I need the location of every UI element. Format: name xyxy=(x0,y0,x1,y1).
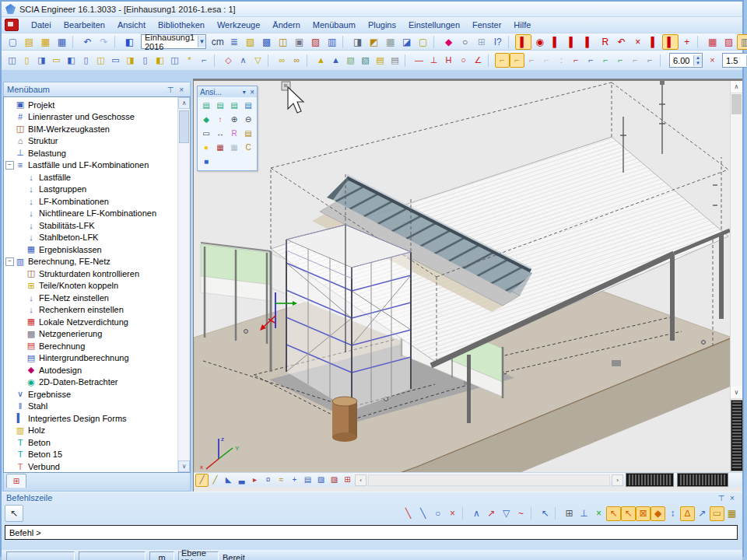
wall-check-icon[interactable]: ⌐ xyxy=(584,53,598,68)
hinge-pair-icon[interactable]: ∞ xyxy=(289,53,304,68)
menu-item[interactable]: Menübaum xyxy=(307,19,362,31)
midpoint-snap-icon[interactable]: × xyxy=(591,506,606,521)
open-icon[interactable]: ▤ xyxy=(21,34,37,50)
load-add-icon[interactable]: ▌ xyxy=(646,34,662,50)
tree-item-stahl[interactable]: ‖ Stahl xyxy=(4,401,177,413)
member-rib-icon[interactable]: ▭ xyxy=(108,53,123,68)
3d-viewport-canvas[interactable]: z Y x Ansi... xyxy=(194,81,730,472)
tree-expander[interactable] xyxy=(5,125,14,132)
tree-item-design-forms[interactable]: ▍ Integriertes Design Forms xyxy=(4,412,177,425)
tree-expander[interactable] xyxy=(16,282,25,289)
clipping-box-icon[interactable]: C xyxy=(241,141,255,155)
load-active-icon[interactable]: ▌ xyxy=(662,34,679,50)
tree-item-rechenkern[interactable]: ↓ Rechenkern einstellen xyxy=(4,304,177,317)
tree-expander[interactable] xyxy=(5,390,14,397)
menu-item[interactable]: Ändern xyxy=(266,19,306,31)
wall-grid-icon[interactable]: : xyxy=(554,53,569,68)
pencil-draw-icon[interactable]: ╱ xyxy=(209,474,222,487)
endpoint-snap-icon[interactable]: ↖ xyxy=(606,506,621,521)
tree-expander[interactable] xyxy=(16,246,25,253)
cursor-snap-icon[interactable]: ↖ xyxy=(538,506,552,521)
axonometry-icon[interactable]: ◆ xyxy=(199,113,213,127)
tree-expander[interactable] xyxy=(16,210,25,217)
chevron-down-icon[interactable]: ▼ xyxy=(241,89,247,95)
tree-expander[interactable] xyxy=(5,415,14,422)
tree-expander[interactable] xyxy=(16,342,25,349)
line-parallel-icon[interactable]: H xyxy=(441,53,456,68)
member-plate-icon[interactable]: ◧ xyxy=(64,53,79,68)
load-group-icon[interactable]: ◉ xyxy=(531,34,548,50)
tree-item-berechnung[interactable]: ▤ Berechnung xyxy=(4,340,177,352)
zoom-in-icon[interactable]: ⊕ xyxy=(227,113,241,127)
tree-expander[interactable] xyxy=(16,366,25,373)
undo-icon[interactable]: ↶ xyxy=(79,34,96,50)
tree-item-belastung[interactable]: ⊥ Belastung xyxy=(4,147,177,159)
structure-model-icon[interactable]: ▩ xyxy=(258,34,275,50)
tree-item-projekt[interactable]: ▣ Projekt xyxy=(4,99,177,111)
activity-icon[interactable]: ▧ xyxy=(242,34,258,50)
tree-expander[interactable] xyxy=(16,331,25,338)
support-pinned-icon[interactable]: ▲ xyxy=(328,53,343,68)
menu-item[interactable]: Werkzeuge xyxy=(211,19,266,31)
spline-icon[interactable]: ~ xyxy=(514,506,528,521)
project-window-icon[interactable]: ◧ xyxy=(121,34,138,50)
member-haunch-icon[interactable]: ⌐ xyxy=(197,53,212,68)
save-icon[interactable]: ▦ xyxy=(54,34,70,50)
support-soil-icon[interactable]: ▤ xyxy=(373,53,388,68)
view-front-icon[interactable]: ▤ xyxy=(199,99,213,113)
scroll-down-icon[interactable]: ∨ xyxy=(731,387,742,399)
tree-expander[interactable] xyxy=(5,463,14,470)
member-opening-icon[interactable]: ◨ xyxy=(123,53,138,68)
menu-item[interactable]: Bearbeiten xyxy=(58,19,111,31)
save-all-icon[interactable]: ▦ xyxy=(37,34,54,50)
view-cube-icon[interactable]: ■ xyxy=(199,155,213,169)
move-load-icon[interactable]: + xyxy=(679,34,695,50)
tree-item-stabilitaets-lfk[interactable]: ↓ Stabilitäts-LFK xyxy=(4,219,177,232)
wall-corner3-icon[interactable]: ⌐ xyxy=(524,53,539,68)
zoom-out-icon[interactable]: ⊖ xyxy=(241,113,255,127)
wall-gray-icon[interactable]: ⌐ xyxy=(628,53,643,68)
horizontal-scroll-track[interactable] xyxy=(368,474,610,486)
intersection-snap-icon[interactable]: ↖ xyxy=(621,506,636,521)
book-icon[interactable]: ▤ xyxy=(301,474,314,487)
zoom-window-icon[interactable]: ▭ xyxy=(199,127,213,141)
menubaum-tab[interactable]: ⊞ xyxy=(6,474,26,488)
layers-icon[interactable]: ≣ xyxy=(226,34,242,50)
render-b-icon[interactable]: ▦ xyxy=(227,141,241,155)
vertex-icon[interactable]: ∧ xyxy=(469,506,484,521)
menu-item[interactable]: Hilfe xyxy=(507,19,537,31)
tree-item-teile-knoten[interactable]: ⊞ Teile/Knoten koppeln xyxy=(4,280,177,292)
load-linear-icon[interactable]: ▌ xyxy=(580,34,597,50)
document-red-icon[interactable] xyxy=(5,19,19,31)
selection-cursor-button[interactable]: ↖ xyxy=(5,505,23,522)
wall-end-icon[interactable]: ⌐ xyxy=(643,53,658,68)
tree-expander[interactable] xyxy=(16,318,25,325)
ruler-triangle-icon[interactable]: ◣ xyxy=(222,474,235,487)
tree-expander[interactable] xyxy=(5,439,14,446)
snap-line2-icon[interactable]: ╲ xyxy=(416,506,430,521)
member-wall-icon[interactable]: ▯ xyxy=(79,53,93,68)
cross-snap-icon[interactable]: ⊠ xyxy=(636,506,651,521)
render-a-icon[interactable]: ▦ xyxy=(213,141,227,155)
load-undo-icon[interactable]: ↶ xyxy=(613,34,630,50)
tree-item-beton[interactable]: T Beton xyxy=(4,436,177,449)
project-combo[interactable]: Einhausung1 2016 ▼ xyxy=(141,34,206,49)
delete-icon[interactable]: × xyxy=(445,506,460,521)
tree-expander[interactable] xyxy=(5,451,14,458)
scroll-down-icon[interactable]: ∨ xyxy=(178,460,190,472)
support-node-icon[interactable]: ∧ xyxy=(236,53,251,68)
menu-item[interactable]: Einstellungen xyxy=(402,19,466,31)
support-subsoil-icon[interactable]: ▤ xyxy=(388,53,402,68)
tree-item-fe-netz[interactable]: ↓ FE-Netz einstellen xyxy=(4,292,177,304)
tree-item-lf-kombinationen[interactable]: ↓ LF-Kombinationen xyxy=(4,195,177,208)
scroll-up-icon[interactable]: ∧ xyxy=(731,81,742,93)
dot-grid-icon[interactable]: ⊞ xyxy=(473,34,489,50)
close-icon[interactable]: × xyxy=(727,494,738,502)
tree-expander[interactable] xyxy=(5,138,14,145)
menu-item[interactable]: Ansicht xyxy=(111,19,152,31)
cross-link-icon[interactable]: ▽ xyxy=(251,53,265,68)
tree-item-lastfaelle[interactable]: ↓ Lastfälle xyxy=(4,171,177,184)
axes-icon[interactable]: + xyxy=(288,474,301,487)
zoom-selection-icon[interactable]: R xyxy=(227,127,241,141)
note-icon[interactable]: ▢ xyxy=(415,34,431,50)
